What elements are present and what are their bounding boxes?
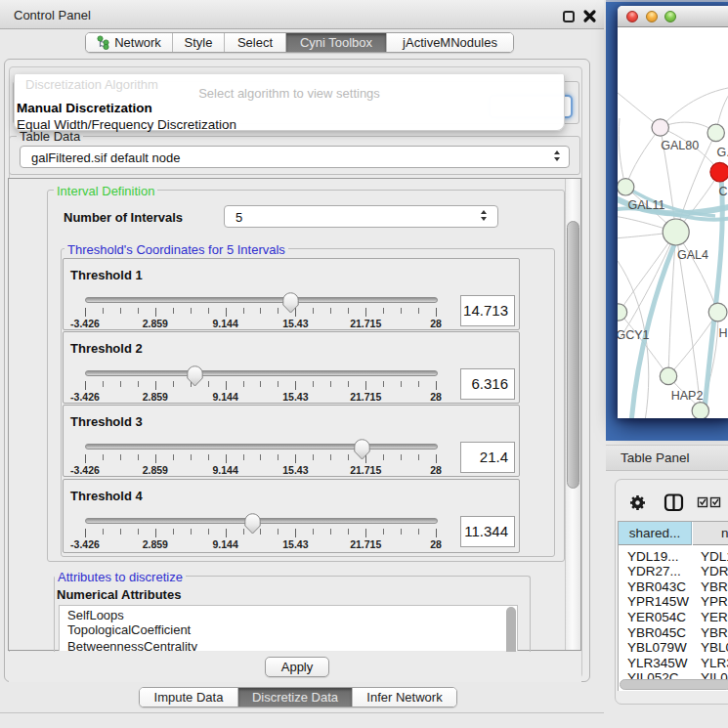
svg-text:G.: G. bbox=[717, 145, 728, 158]
svg-text:GAL4: GAL4 bbox=[677, 248, 708, 262]
svg-text:HAP2: HAP2 bbox=[671, 389, 704, 403]
svg-text:GAL80: GAL80 bbox=[661, 139, 699, 152]
svg-text:H: H bbox=[719, 325, 728, 339]
svg-text:C: C bbox=[719, 184, 728, 197]
svg-text:GCY1: GCY1 bbox=[618, 328, 650, 342]
svg-text:GAL11: GAL11 bbox=[628, 197, 665, 211]
